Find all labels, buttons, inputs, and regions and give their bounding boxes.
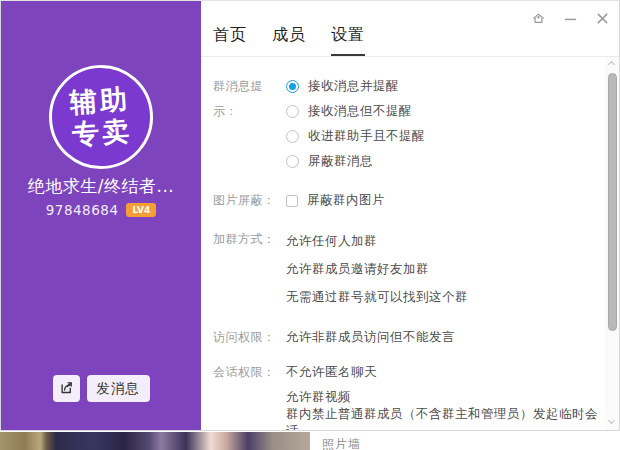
section-label: 访问权限： [213,325,286,350]
tab-settings[interactable]: 设置 [331,25,365,57]
section-session: 会话权限： 不允许匿名聊天 允许群视频 群内禁止普通群成员（不含群主和管理员）发… [213,360,605,431]
setting-text: 允许群成员邀请好友加群 [286,261,429,278]
tab-members[interactable]: 成员 [272,25,306,57]
checkbox-option[interactable]: 屏蔽群内图片 [286,188,605,213]
section-label: 加群方式： [213,227,286,311]
setting-text-row: 无需通过群号就可以找到这个群 [286,283,605,311]
avatar-text-line2: 专卖 [71,115,133,151]
share-icon [59,380,74,398]
window-controls [529,9,611,27]
radio-unchecked-icon[interactable] [286,130,299,143]
group-avatar[interactable]: 辅助 专卖 [45,61,156,172]
radio-unchecked-icon[interactable] [286,105,299,118]
minimize-icon[interactable] [561,9,579,27]
setting-text-row: 允许群成员邀请好友加群 [286,255,605,283]
setting-text: 允许群视频 [286,389,351,406]
avatar-text-line1: 辅助 [69,83,131,119]
photo-wall-label: 照片墙 [322,436,361,450]
setting-text: 不允许匿名聊天 [286,364,377,381]
settings-panel: 首页 成员 设置 群消息提示： 接收消息并提醒 接 [201,1,620,430]
radio-option[interactable]: 接收消息但不提醒 [286,99,605,124]
tab-home[interactable]: 首页 [213,25,247,57]
option-label: 屏蔽群内图片 [307,192,385,209]
tab-bar: 首页 成员 设置 [213,25,365,57]
photo-wall-thumbnails [0,432,310,450]
section-access: 访问权限： 允许非群成员访问但不能发言 [213,325,605,350]
radio-checked-icon[interactable] [286,80,299,93]
section-label: 图片屏蔽： [213,188,286,213]
screenshot-root: 照片墙 辅助 专卖 绝地求生/终结者... 97848684 LV4 [0,0,620,450]
option-label: 收进群助手且不提醒 [308,128,425,145]
setting-text: 允许任何人加群 [286,233,377,250]
setting-text: 群内禁止普通群成员（不含群主和管理员）发起多人聊天 [286,431,605,432]
settings-list: 群消息提示： 接收消息并提醒 接收消息但不提醒 收进群助手且不提醒 [213,74,605,431]
group-name: 绝地求生/终结者... [1,175,201,198]
scrollbar-thumb[interactable] [608,73,617,331]
header-divider [201,56,620,57]
scroll-down-icon[interactable] [609,418,616,425]
radio-option[interactable]: 接收消息并提醒 [286,74,605,99]
option-label: 接收消息并提醒 [308,78,399,95]
scroll-up-icon[interactable] [609,62,616,69]
radio-option[interactable]: 屏蔽群消息 [286,149,605,174]
background-window-strip: 照片墙 [0,430,620,450]
section-join-method: 加群方式： 允许任何人加群 允许群成员邀请好友加群 无需通过群号就可以找到这个群 [213,227,605,311]
setting-text: 允许非群成员访问但不能发言 [286,329,455,346]
setting-text-row: 允许非群成员访问但不能发言 [286,325,605,350]
setting-text-row: 允许任何人加群 [286,227,605,255]
section-label: 会话权限： [213,360,286,431]
checkbox-unchecked-icon[interactable] [286,195,298,207]
radio-option[interactable]: 收进群助手且不提醒 [286,124,605,149]
option-label: 屏蔽群消息 [308,153,373,170]
sidebar-actions: 发消息 [1,375,201,402]
setting-text: 群内禁止普通群成员（不含群主和管理员）发起临时会话 [286,406,605,432]
share-button[interactable] [53,375,80,402]
scrollbar[interactable] [605,57,620,430]
setting-text-row: 群内禁止普通群成员（不含群主和管理员）发起临时会话 [286,410,605,431]
group-level-badge: LV4 [126,203,156,217]
setting-text-row: 不允许匿名聊天 [286,360,605,385]
send-message-button[interactable]: 发消息 [87,375,150,402]
radio-unchecked-icon[interactable] [286,155,299,168]
group-meta: 97848684 LV4 [1,202,201,218]
group-card-window: 辅助 专卖 绝地求生/终结者... 97848684 LV4 [0,0,620,431]
close-icon[interactable] [593,9,611,27]
group-number: 97848684 [46,202,119,218]
group-sidebar: 辅助 专卖 绝地求生/终结者... 97848684 LV4 [1,1,201,430]
section-message-notify: 群消息提示： 接收消息并提醒 接收消息但不提醒 收进群助手且不提醒 [213,74,605,174]
section-label: 群消息提示： [213,74,286,174]
option-label: 接收消息但不提醒 [308,103,412,120]
setting-text: 无需通过群号就可以找到这个群 [286,289,468,306]
pin-to-main-panel-icon[interactable] [529,9,547,27]
section-image-block: 图片屏蔽： 屏蔽群内图片 [213,188,605,213]
